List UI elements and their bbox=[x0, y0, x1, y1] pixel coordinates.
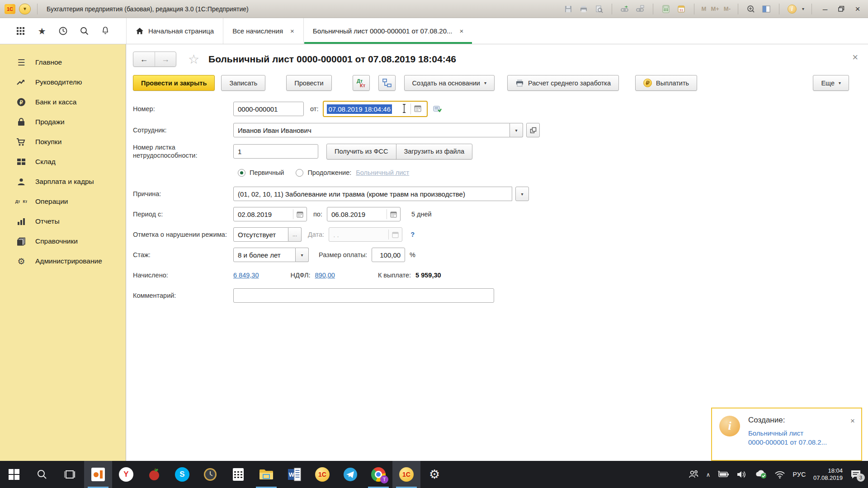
app-skype-icon[interactable]: S bbox=[168, 461, 196, 488]
sidebar-item-manager[interactable]: Руководителю bbox=[0, 72, 126, 92]
form-close-button[interactable]: × bbox=[852, 52, 858, 63]
notification-doc-link[interactable]: Больничный лист0000-000001 от 07.08.2... bbox=[748, 429, 850, 447]
sheet-number-input[interactable]: 1 bbox=[233, 144, 318, 159]
employee-dropdown-button[interactable]: ▾ bbox=[510, 123, 523, 137]
write-button[interactable]: Записать bbox=[221, 75, 265, 91]
tab-sick-leave[interactable]: Больничный лист 0000-000001 от 07.08.20.… bbox=[303, 18, 472, 44]
sidebar-item-sales[interactable]: Продажи bbox=[0, 112, 126, 132]
apps-grid-icon[interactable] bbox=[15, 25, 27, 37]
language-indicator[interactable]: РУС bbox=[793, 471, 806, 478]
reason-input[interactable]: (01, 02, 10, 11) Заболевание или травма … bbox=[233, 187, 512, 201]
favorite-star-icon[interactable]: ☆ bbox=[188, 52, 199, 67]
print-preview-icon[interactable] bbox=[594, 4, 604, 14]
seniority-dropdown-button[interactable]: ▾ bbox=[296, 248, 309, 262]
sidebar-item-main[interactable]: ☰ Главное bbox=[0, 52, 126, 72]
comment-input[interactable] bbox=[233, 288, 494, 303]
tab-close-icon[interactable]: × bbox=[460, 27, 464, 35]
structure-button[interactable] bbox=[378, 75, 396, 91]
primary-radio[interactable] bbox=[238, 169, 245, 177]
print-icon[interactable] bbox=[578, 4, 589, 14]
restore-button[interactable] bbox=[835, 4, 847, 14]
app-yandex-icon[interactable]: Y bbox=[112, 461, 140, 488]
app-apple-icon[interactable] bbox=[140, 461, 168, 488]
forward-button[interactable]: → bbox=[155, 52, 176, 66]
post-button[interactable]: Провести bbox=[286, 75, 331, 91]
memory-recall-button[interactable]: M bbox=[702, 4, 707, 14]
info-icon[interactable]: i bbox=[787, 4, 797, 14]
sidebar-item-directories[interactable]: Справочники bbox=[0, 231, 126, 251]
wifi-icon[interactable] bbox=[774, 470, 785, 479]
sidebar-item-reports[interactable]: Отчеты bbox=[0, 211, 126, 231]
app-1c-active-icon[interactable]: 1С bbox=[392, 461, 420, 488]
sidebar-item-administration[interactable]: ⚙ Администрирование bbox=[0, 251, 126, 271]
clock[interactable]: 18:04 07.08.2019 bbox=[813, 467, 843, 482]
calendar-picker-icon[interactable] bbox=[293, 211, 307, 218]
number-input[interactable]: 0000-000001 bbox=[233, 102, 304, 116]
sidebar-item-salary[interactable]: Зарплата и кадры bbox=[0, 172, 126, 192]
more-button[interactable]: Еще▾ bbox=[813, 75, 849, 91]
app-word-icon[interactable]: W bbox=[280, 461, 308, 488]
violation-select-button[interactable]: ... bbox=[288, 227, 302, 242]
document-date-input[interactable]: 07.08.2019 18:04:46 bbox=[323, 101, 428, 117]
period-to-input[interactable]: 06.08.2019 bbox=[327, 207, 401, 221]
load-from-file-button[interactable]: Загрузить из файла bbox=[396, 144, 473, 160]
task-view-button[interactable] bbox=[56, 461, 84, 488]
app-settings-icon[interactable]: ⚙ bbox=[420, 461, 448, 488]
start-button[interactable] bbox=[0, 461, 28, 488]
tray-expand-chevron[interactable]: ∧ bbox=[706, 471, 711, 478]
calculator-icon[interactable] bbox=[660, 4, 671, 14]
payment-size-input[interactable]: 100,00 bbox=[372, 248, 405, 262]
help-link[interactable]: ? bbox=[410, 231, 415, 238]
tab-all-accruals[interactable]: Все начисления × bbox=[223, 18, 303, 44]
taskbar-search-button[interactable] bbox=[28, 461, 56, 488]
dtkt-postings-button[interactable]: ДтКт bbox=[353, 75, 370, 91]
info-caret-icon[interactable]: ▾ bbox=[802, 6, 804, 11]
people-icon[interactable] bbox=[688, 470, 699, 479]
continuation-radio[interactable] bbox=[296, 169, 303, 177]
app-file-explorer-icon[interactable] bbox=[252, 461, 280, 488]
violation-date-input[interactable]: . . bbox=[329, 227, 402, 242]
volume-icon[interactable] bbox=[736, 470, 747, 479]
notifications-bell-icon[interactable] bbox=[99, 25, 111, 37]
average-earnings-button[interactable]: Расчет среднего заработка bbox=[507, 75, 619, 91]
split-window-icon[interactable] bbox=[761, 4, 772, 14]
main-menu-button[interactable]: ▼ bbox=[19, 4, 31, 14]
sidebar-item-operations[interactable]: ДтКт Операции bbox=[0, 192, 126, 211]
onedrive-icon[interactable] bbox=[755, 470, 767, 479]
app-1c-start-icon[interactable] bbox=[84, 461, 112, 488]
save-icon[interactable] bbox=[563, 4, 574, 14]
notification-close-button[interactable]: × bbox=[850, 417, 855, 460]
minimize-button[interactable]: – bbox=[819, 4, 831, 14]
ndfl-amount-link[interactable]: 890,00 bbox=[315, 272, 335, 279]
seniority-input[interactable]: 8 и более лет bbox=[233, 248, 296, 262]
accrued-amount-link[interactable]: 6 849,30 bbox=[233, 272, 259, 279]
employee-open-button[interactable] bbox=[526, 123, 540, 137]
memory-add-button[interactable]: M+ bbox=[711, 4, 719, 14]
employee-input[interactable]: Иванов Иван Иванович bbox=[233, 123, 510, 137]
app-clock-icon[interactable] bbox=[196, 461, 224, 488]
close-window-button[interactable]: × bbox=[852, 4, 863, 14]
zoom-icon[interactable] bbox=[745, 4, 756, 14]
app-calculator-icon[interactable] bbox=[224, 461, 252, 488]
pay-button[interactable]: ₽ Выплатить bbox=[635, 75, 697, 91]
go-link-icon[interactable] bbox=[635, 4, 646, 14]
calendar-icon[interactable]: 31 bbox=[676, 4, 687, 14]
sidebar-item-warehouse[interactable]: Склад bbox=[0, 152, 126, 172]
get-link-icon[interactable] bbox=[619, 4, 630, 14]
back-button[interactable]: ← bbox=[133, 52, 155, 66]
calendar-picker-icon[interactable] bbox=[414, 105, 421, 113]
reason-dropdown-button[interactable]: ▾ bbox=[515, 187, 529, 201]
create-based-on-button[interactable]: Создать на основании▾ bbox=[404, 75, 495, 91]
action-center-icon[interactable]: 3 bbox=[850, 469, 862, 480]
memory-subtract-button[interactable]: M- bbox=[724, 4, 731, 14]
violation-input[interactable]: Отсутствует bbox=[233, 227, 288, 242]
set-time-icon[interactable] bbox=[431, 102, 444, 116]
app-telegram-icon[interactable] bbox=[336, 461, 364, 488]
favorites-star-icon[interactable]: ★ bbox=[36, 25, 48, 37]
post-and-close-button[interactable]: Провести и закрыть bbox=[133, 75, 215, 91]
sidebar-item-purchases[interactable]: Покупки bbox=[0, 132, 126, 152]
tab-close-icon[interactable]: × bbox=[290, 27, 294, 35]
app-1c-icon[interactable]: 1С bbox=[308, 461, 336, 488]
period-from-input[interactable]: 02.08.2019 bbox=[233, 207, 307, 221]
app-chrome-icon[interactable]: T bbox=[364, 461, 392, 488]
